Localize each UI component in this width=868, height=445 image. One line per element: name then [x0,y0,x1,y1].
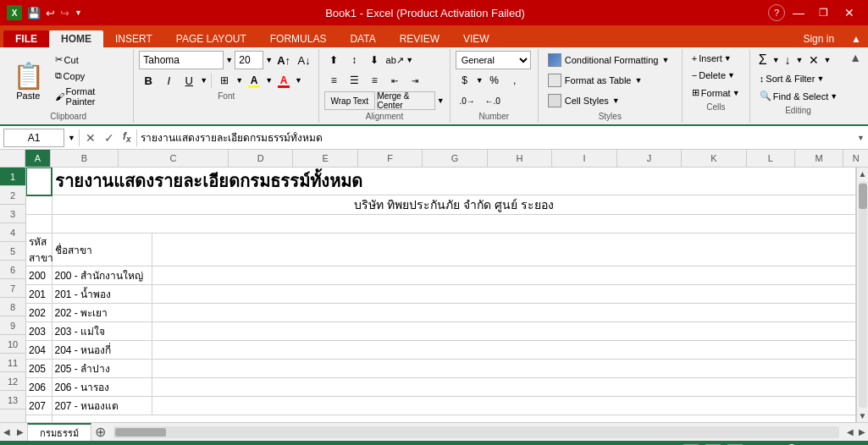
cell-a1[interactable] [26,168,52,195]
row-header-10[interactable]: 10 [0,335,25,354]
merge-center-btn[interactable]: Merge & Center [377,91,435,110]
help-button[interactable]: ? [768,4,785,21]
font-name-dropdown[interactable]: ▼ [225,56,233,64]
cell-a6[interactable]: 201 [26,285,52,304]
row-header-1[interactable]: 1 [0,168,25,186]
merge-dropdown[interactable]: ▼ [437,96,445,105]
cell-a12[interactable]: 207 [26,397,52,415]
percent-btn[interactable]: % [485,71,504,90]
align-left-btn[interactable]: ≡ [324,71,343,90]
fill-btn[interactable]: ↓ [782,52,794,69]
text-angle-btn[interactable]: ab↗ [385,51,404,69]
clear-dropdown[interactable]: ▼ [824,56,832,64]
font-color-dropdown[interactable]: ▼ [295,76,302,85]
row-header-7[interactable]: 7 [0,279,25,298]
format-as-table-btn[interactable]: Format as Table ▼ [544,71,677,90]
border-dropdown[interactable]: ▼ [235,76,243,85]
scroll-down-btn[interactable]: ▼ [857,409,868,422]
cell-b4[interactable]: ชื่อสาขา [52,233,152,266]
wrap-text-btn[interactable]: Wrap Text [324,91,374,110]
row-header-11[interactable]: 11 [0,354,25,372]
cut-button[interactable]: ✂ Cut [52,52,130,67]
col-header-f[interactable]: F [358,150,423,167]
formula-expand-btn[interactable]: ▼ [857,134,865,142]
cell-a9[interactable]: 204 [26,341,52,360]
decrease-decimal-btn[interactable]: ←.0 [481,91,505,110]
cell-a8[interactable]: 203 [26,322,52,341]
scroll-sheet-right-btn[interactable]: ▶ [14,426,27,438]
tab-review[interactable]: REVIEW [388,30,451,47]
copy-button[interactable]: ⧉ Copy [52,69,130,83]
tab-insert[interactable]: INSERT [103,30,164,47]
cell-a2[interactable] [26,195,52,215]
minimize-button[interactable]: — [787,3,810,22]
row-header-2[interactable]: 2 [0,186,25,205]
formula-input[interactable] [141,132,854,144]
fill-dropdown[interactable]: ▼ [796,56,804,64]
row-header-8[interactable]: 8 [0,298,25,316]
bold-button[interactable]: B [139,71,158,90]
cell-a5[interactable]: 200 [26,266,52,285]
close-button[interactable]: ✕ [838,3,861,22]
tab-page-layout[interactable]: PAGE LAYOUT [164,30,258,47]
cell-a3[interactable] [26,215,52,233]
tab-file[interactable]: FILE [3,30,49,47]
increase-decimal-btn[interactable]: .0→ [456,91,479,110]
col-header-n[interactable]: N [843,150,868,167]
col-header-d[interactable]: D [229,150,293,167]
col-header-j[interactable]: J [617,150,682,167]
row-header-4[interactable]: 4 [0,223,25,242]
font-size-input[interactable] [235,51,263,69]
qat-dropdown[interactable]: ▼ [75,8,82,17]
cell-b7[interactable]: 202 - พะเยา [52,304,152,322]
cell-b6[interactable]: 201 - น้ำพอง [52,285,152,304]
border-button[interactable]: ⊞ [215,71,234,90]
cell-c4[interactable] [152,233,856,266]
scroll-left-btn[interactable]: ◀ [844,426,856,438]
cell-b1[interactable]: รายงานแสดงรายละเอียดกรมธรรม์ทั้งหมด [52,168,856,195]
col-header-c[interactable]: C [119,150,229,167]
insert-function-btn[interactable]: fx [120,130,134,144]
tab-view[interactable]: VIEW [451,30,501,47]
scroll-sheet-left-btn[interactable]: ◀ [0,426,14,438]
tab-data[interactable]: DATA [338,30,387,47]
text-angle-dropdown[interactable]: ▼ [406,56,413,64]
add-sheet-btn[interactable]: ⊕ [91,424,108,441]
row-header-6[interactable]: 6 [0,261,25,279]
col-header-b[interactable]: B [51,150,119,167]
sign-in-button[interactable]: Sign in [793,30,844,47]
insert-cells-btn[interactable]: + Insert ▼ [688,51,744,66]
col-header-h[interactable]: H [488,150,552,167]
align-right-btn[interactable]: ≡ [365,71,384,90]
row-header-12[interactable]: 12 [0,372,25,391]
comma-btn[interactable]: , [506,71,524,90]
row-header-9[interactable]: 9 [0,316,25,335]
col-header-a[interactable]: A [25,150,51,167]
number-format-select[interactable]: General Number Currency Text [456,51,531,69]
delete-cells-btn[interactable]: − Delete ▼ [688,68,744,83]
clear-btn[interactable]: ✕ [805,52,822,69]
col-header-i[interactable]: I [552,150,616,167]
name-box-dropdown[interactable]: ▼ [68,134,75,142]
confirm-formula-btn[interactable]: ✓ [102,131,117,145]
cell-a10[interactable]: 205 [26,360,52,378]
cell-a11[interactable]: 206 [26,378,52,397]
cell-a7[interactable]: 202 [26,304,52,322]
find-select-btn[interactable]: 🔍 Find & Select ▼ [755,88,841,104]
italic-button[interactable]: I [159,71,178,90]
cell-b10[interactable]: 205 - ลำปาง [52,360,152,378]
col-header-e[interactable]: E [293,150,357,167]
restore-button[interactable]: ❐ [812,3,836,22]
cancel-formula-btn[interactable]: ✕ [83,131,98,145]
currency-btn[interactable]: $ [456,71,474,90]
cell-a4[interactable]: รหัสสาขา [26,233,52,266]
format-cells-btn[interactable]: ⊞ Format ▼ [688,85,744,101]
row-header-3[interactable]: 3 [0,205,25,223]
cell-b11[interactable]: 206 - นารอง [52,378,152,397]
cell-b3[interactable] [52,215,856,233]
row-header-5[interactable]: 5 [0,242,25,261]
col-header-k[interactable]: K [682,150,746,167]
align-center-btn[interactable]: ☰ [345,71,363,90]
increase-indent-btn[interactable]: ⇥ [406,71,424,90]
undo-qat-btn[interactable]: ↩ [46,7,55,19]
